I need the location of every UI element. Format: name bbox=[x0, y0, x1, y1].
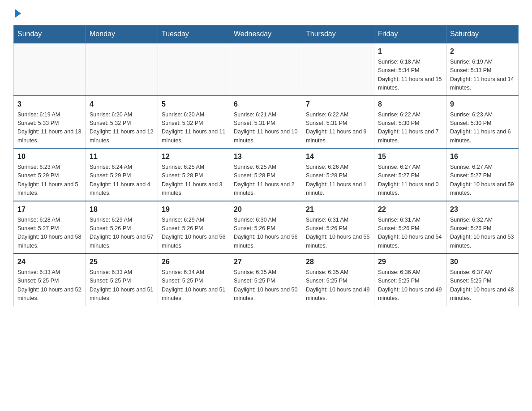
day-number: 15 bbox=[378, 151, 442, 162]
day-number: 10 bbox=[17, 151, 82, 162]
calendar-cell: 7Sunrise: 6:22 AMSunset: 5:31 PMDaylight… bbox=[302, 96, 374, 149]
day-info: Sunrise: 6:33 AMSunset: 5:25 PMDaylight:… bbox=[17, 268, 82, 303]
day-number: 16 bbox=[450, 151, 515, 162]
day-number: 1 bbox=[378, 46, 442, 57]
calendar-cell: 26Sunrise: 6:34 AMSunset: 5:25 PMDayligh… bbox=[158, 253, 230, 306]
day-number: 12 bbox=[162, 151, 226, 162]
calendar-week-5: 24Sunrise: 6:33 AMSunset: 5:25 PMDayligh… bbox=[14, 253, 519, 306]
calendar-cell: 21Sunrise: 6:31 AMSunset: 5:26 PMDayligh… bbox=[302, 201, 374, 254]
calendar-cell: 18Sunrise: 6:29 AMSunset: 5:26 PMDayligh… bbox=[86, 201, 158, 254]
calendar-cell: 13Sunrise: 6:25 AMSunset: 5:28 PMDayligh… bbox=[230, 148, 302, 201]
day-number: 26 bbox=[162, 257, 226, 267]
day-number: 22 bbox=[378, 204, 442, 215]
day-info: Sunrise: 6:36 AMSunset: 5:25 PMDaylight:… bbox=[378, 268, 442, 303]
calendar-cell: 1Sunrise: 6:18 AMSunset: 5:34 PMDaylight… bbox=[374, 43, 446, 96]
day-info: Sunrise: 6:26 AMSunset: 5:28 PMDaylight:… bbox=[306, 163, 370, 198]
day-number: 13 bbox=[234, 151, 298, 162]
calendar-cell: 14Sunrise: 6:26 AMSunset: 5:28 PMDayligh… bbox=[302, 148, 374, 201]
day-info: Sunrise: 6:23 AMSunset: 5:30 PMDaylight:… bbox=[450, 111, 515, 146]
calendar-cell bbox=[14, 43, 86, 96]
calendar-cell: 6Sunrise: 6:21 AMSunset: 5:31 PMDaylight… bbox=[230, 96, 302, 149]
day-info: Sunrise: 6:31 AMSunset: 5:26 PMDaylight:… bbox=[306, 216, 370, 251]
calendar-week-3: 10Sunrise: 6:23 AMSunset: 5:29 PMDayligh… bbox=[14, 148, 519, 201]
calendar-cell: 29Sunrise: 6:36 AMSunset: 5:25 PMDayligh… bbox=[374, 253, 446, 306]
day-info: Sunrise: 6:29 AMSunset: 5:26 PMDaylight:… bbox=[90, 216, 154, 251]
calendar-cell: 12Sunrise: 6:25 AMSunset: 5:28 PMDayligh… bbox=[158, 148, 230, 201]
day-number: 9 bbox=[450, 99, 515, 110]
calendar-cell: 19Sunrise: 6:29 AMSunset: 5:26 PMDayligh… bbox=[158, 201, 230, 254]
day-info: Sunrise: 6:20 AMSunset: 5:32 PMDaylight:… bbox=[162, 111, 226, 146]
calendar-cell bbox=[86, 43, 158, 96]
day-info: Sunrise: 6:23 AMSunset: 5:29 PMDaylight:… bbox=[17, 163, 82, 198]
day-number: 7 bbox=[306, 99, 370, 110]
day-number: 8 bbox=[378, 99, 442, 110]
day-number: 18 bbox=[90, 204, 154, 215]
day-info: Sunrise: 6:20 AMSunset: 5:32 PMDaylight:… bbox=[90, 111, 154, 146]
calendar-cell: 25Sunrise: 6:33 AMSunset: 5:25 PMDayligh… bbox=[86, 253, 158, 306]
calendar-body: 1Sunrise: 6:18 AMSunset: 5:34 PMDaylight… bbox=[14, 43, 519, 306]
weekday-header-monday: Monday bbox=[86, 26, 158, 43]
calendar-cell: 17Sunrise: 6:28 AMSunset: 5:27 PMDayligh… bbox=[14, 201, 86, 254]
day-number: 5 bbox=[162, 99, 226, 110]
day-number: 27 bbox=[234, 257, 298, 267]
calendar-cell: 11Sunrise: 6:24 AMSunset: 5:29 PMDayligh… bbox=[86, 148, 158, 201]
calendar-cell: 8Sunrise: 6:22 AMSunset: 5:30 PMDaylight… bbox=[374, 96, 446, 149]
day-info: Sunrise: 6:32 AMSunset: 5:26 PMDaylight:… bbox=[450, 216, 515, 251]
day-number: 11 bbox=[90, 151, 154, 162]
logo bbox=[13, 9, 21, 16]
day-number: 2 bbox=[450, 46, 515, 57]
day-info: Sunrise: 6:22 AMSunset: 5:31 PMDaylight:… bbox=[306, 111, 370, 146]
calendar-cell bbox=[158, 43, 230, 96]
day-info: Sunrise: 6:24 AMSunset: 5:29 PMDaylight:… bbox=[90, 163, 154, 198]
day-number: 25 bbox=[90, 257, 154, 267]
calendar-week-1: 1Sunrise: 6:18 AMSunset: 5:34 PMDaylight… bbox=[14, 43, 519, 96]
calendar-cell: 24Sunrise: 6:33 AMSunset: 5:25 PMDayligh… bbox=[14, 253, 86, 306]
day-info: Sunrise: 6:27 AMSunset: 5:27 PMDaylight:… bbox=[378, 163, 442, 198]
day-number: 28 bbox=[306, 257, 370, 267]
weekday-header-sunday: Sunday bbox=[14, 26, 86, 43]
calendar-week-4: 17Sunrise: 6:28 AMSunset: 5:27 PMDayligh… bbox=[14, 201, 519, 254]
day-info: Sunrise: 6:29 AMSunset: 5:26 PMDaylight:… bbox=[162, 216, 226, 251]
calendar-cell: 23Sunrise: 6:32 AMSunset: 5:26 PMDayligh… bbox=[446, 201, 519, 254]
page-header bbox=[13, 9, 519, 16]
day-info: Sunrise: 6:35 AMSunset: 5:25 PMDaylight:… bbox=[306, 268, 370, 303]
day-info: Sunrise: 6:33 AMSunset: 5:25 PMDaylight:… bbox=[90, 268, 154, 303]
day-number: 20 bbox=[234, 204, 298, 215]
calendar-cell: 28Sunrise: 6:35 AMSunset: 5:25 PMDayligh… bbox=[302, 253, 374, 306]
calendar-table: SundayMondayTuesdayWednesdayThursdayFrid… bbox=[13, 25, 519, 306]
weekday-header-thursday: Thursday bbox=[302, 26, 374, 43]
calendar-cell: 15Sunrise: 6:27 AMSunset: 5:27 PMDayligh… bbox=[374, 148, 446, 201]
calendar-cell: 10Sunrise: 6:23 AMSunset: 5:29 PMDayligh… bbox=[14, 148, 86, 201]
day-number: 14 bbox=[306, 151, 370, 162]
day-info: Sunrise: 6:28 AMSunset: 5:27 PMDaylight:… bbox=[17, 216, 82, 251]
day-info: Sunrise: 6:35 AMSunset: 5:25 PMDaylight:… bbox=[234, 268, 298, 303]
calendar-cell: 9Sunrise: 6:23 AMSunset: 5:30 PMDaylight… bbox=[446, 96, 519, 149]
weekday-header-row: SundayMondayTuesdayWednesdayThursdayFrid… bbox=[14, 26, 519, 43]
weekday-header-friday: Friday bbox=[374, 26, 446, 43]
day-info: Sunrise: 6:31 AMSunset: 5:26 PMDaylight:… bbox=[378, 216, 442, 251]
day-number: 30 bbox=[450, 257, 515, 267]
calendar-cell: 5Sunrise: 6:20 AMSunset: 5:32 PMDaylight… bbox=[158, 96, 230, 149]
calendar-cell: 27Sunrise: 6:35 AMSunset: 5:25 PMDayligh… bbox=[230, 253, 302, 306]
day-info: Sunrise: 6:21 AMSunset: 5:31 PMDaylight:… bbox=[234, 111, 298, 146]
day-info: Sunrise: 6:18 AMSunset: 5:34 PMDaylight:… bbox=[378, 58, 442, 93]
day-number: 23 bbox=[450, 204, 515, 215]
calendar-cell: 2Sunrise: 6:19 AMSunset: 5:33 PMDaylight… bbox=[446, 43, 519, 96]
day-info: Sunrise: 6:34 AMSunset: 5:25 PMDaylight:… bbox=[162, 268, 226, 303]
day-info: Sunrise: 6:30 AMSunset: 5:26 PMDaylight:… bbox=[234, 216, 298, 251]
day-number: 21 bbox=[306, 204, 370, 215]
calendar-cell: 20Sunrise: 6:30 AMSunset: 5:26 PMDayligh… bbox=[230, 201, 302, 254]
day-number: 17 bbox=[17, 204, 82, 215]
weekday-header-tuesday: Tuesday bbox=[158, 26, 230, 43]
calendar-cell: 4Sunrise: 6:20 AMSunset: 5:32 PMDaylight… bbox=[86, 96, 158, 149]
calendar-cell: 16Sunrise: 6:27 AMSunset: 5:27 PMDayligh… bbox=[446, 148, 519, 201]
calendar-cell: 30Sunrise: 6:37 AMSunset: 5:25 PMDayligh… bbox=[446, 253, 519, 306]
logo-arrow-icon bbox=[15, 9, 21, 18]
day-number: 24 bbox=[17, 257, 82, 267]
calendar-cell bbox=[230, 43, 302, 96]
day-number: 6 bbox=[234, 99, 298, 110]
calendar-cell bbox=[302, 43, 374, 96]
day-info: Sunrise: 6:19 AMSunset: 5:33 PMDaylight:… bbox=[450, 58, 515, 93]
calendar-cell: 3Sunrise: 6:19 AMSunset: 5:33 PMDaylight… bbox=[14, 96, 86, 149]
day-number: 3 bbox=[17, 99, 82, 110]
